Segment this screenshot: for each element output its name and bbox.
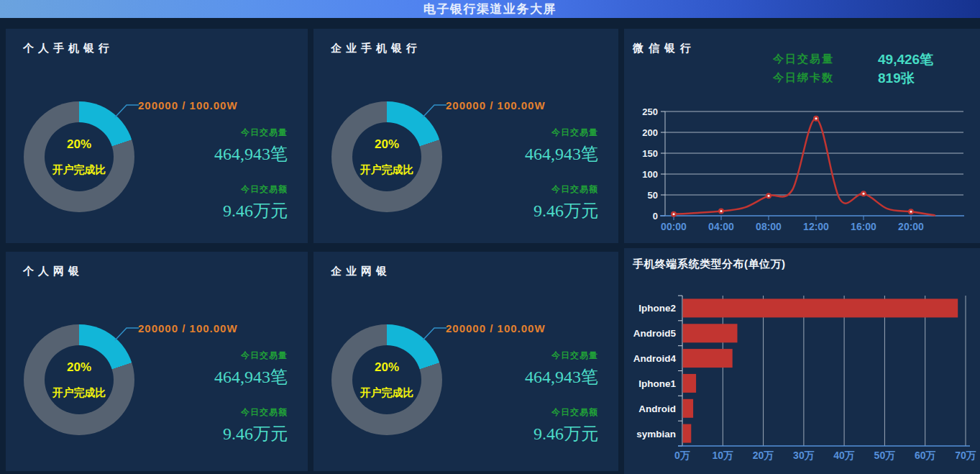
stat-value: 9.46万元 [214,422,288,445]
stat-value: 49,426笔 [878,50,933,69]
svg-text:symbian: symbian [636,429,676,439]
svg-text:60万: 60万 [915,450,936,461]
panel-corporate-online-banking: 企业网银 20% 开户完成比 200000 / 100.00W 今日交易量 46… [313,252,618,471]
stat-value: 9.46万元 [525,199,598,222]
stat-value: 464,943笔 [214,142,288,165]
svg-text:12:00: 12:00 [803,221,829,232]
panel-corporate-mobile-banking: 企业手机银行 20% 开户完成比 200000 / 100.00W 今日交易量 … [313,29,618,243]
svg-text:150: 150 [642,148,658,159]
svg-text:50: 50 [648,190,658,201]
completion-caption: 开户完成比 [360,163,414,177]
svg-text:0万: 0万 [674,450,690,461]
panel-title: 个人手机银行 [23,42,114,55]
panel-title: 个人网银 [23,265,83,278]
donut-center: 20% 开户完成比 [352,345,421,414]
stat-label: 今日交易量 [773,53,834,66]
panel-personal-online-banking: 个人网银 20% 开户完成比 200000 / 100.00W 今日交易量 46… [6,252,308,471]
svg-text:00:00: 00:00 [661,221,687,232]
panel-stats: 今日交易量 464,943笔 今日交易额 9.46万元 [214,127,288,240]
svg-text:70万: 70万 [955,450,976,461]
svg-text:10万: 10万 [713,450,734,461]
stat-label: 今日交易额 [214,406,288,419]
completion-caption: 开户完成比 [52,163,106,177]
leader-line [418,322,449,345]
wechat-line-chart: 05010015020025000:0004:0008:0012:0016:00… [624,79,980,241]
panel-stats: 今日交易量 464,943笔 今日交易额 9.46万元 [214,350,288,463]
leader-line [418,99,449,122]
stat-value: 464,943笔 [525,142,598,165]
completion-caption: 开户完成比 [52,386,106,400]
svg-text:Android: Android [638,404,676,414]
stat-label: 今日交易量 [525,350,598,362]
completion-caption: 开户完成比 [360,386,414,400]
svg-text:20:00: 20:00 [898,221,924,232]
progress-annotation: 200000 / 100.00W [138,99,238,111]
stat-value: 464,943笔 [214,365,288,388]
stat-label: 今日交易量 [214,127,288,139]
svg-text:50万: 50万 [874,450,896,461]
panel-stats: 今日交易量 464,943笔 今日交易额 9.46万元 [525,350,598,463]
stat-label: 今日交易额 [525,183,598,196]
progress-annotation: 200000 / 100.00W [138,322,238,334]
svg-text:0: 0 [653,211,658,222]
stat-label: 今日交易额 [214,183,288,196]
svg-text:250: 250 [642,106,658,117]
svg-text:Android4: Android4 [633,353,677,364]
panel-personal-mobile-banking: 个人手机银行 20% 开户完成比 200000 / 100.00W 今日交易量 … [6,29,308,243]
donut-center: 20% 开户完成比 [45,122,114,191]
progress-annotation: 200000 / 100.00W [446,99,546,111]
panel-title: 微信银行 [633,42,696,55]
dashboard-header: 电子银行渠道业务大屏 [0,0,980,18]
terminal-bar-chart: Iphone2Android5Android4Iphone1Androidsym… [624,288,980,474]
stat-value: 464,943笔 [525,365,598,388]
svg-text:16:00: 16:00 [851,221,876,232]
svg-text:Iphone2: Iphone2 [638,303,676,314]
donut-center: 20% 开户完成比 [352,122,421,191]
completion-percentage: 20% [67,137,91,152]
panel-stats: 今日交易量 464,943笔 今日交易额 9.46万元 [525,127,598,240]
donut-center: 20% 开户完成比 [45,345,114,414]
panel-terminal-distribution: 手机终端系统类型分布(单位万) Iphone2Android5Android4I… [624,248,980,474]
stat-value: 9.46万元 [525,422,598,445]
svg-text:Iphone1: Iphone1 [638,378,676,389]
svg-text:40万: 40万 [833,450,855,461]
svg-text:04:00: 04:00 [708,221,734,232]
completion-percentage: 20% [67,360,91,375]
completion-percentage: 20% [375,137,399,152]
stat-label: 今日交易量 [214,350,288,362]
panel-title: 企业网银 [331,265,391,278]
svg-text:30万: 30万 [793,450,815,461]
leader-line [110,99,142,122]
svg-text:200: 200 [642,127,658,138]
progress-annotation: 200000 / 100.00W [446,322,546,334]
svg-text:20万: 20万 [753,450,774,461]
dashboard-title: 电子银行渠道业务大屏 [423,1,557,17]
completion-percentage: 20% [375,360,399,375]
svg-text:100: 100 [642,169,658,180]
panel-wechat-banking: 微信银行 今日交易量 49,426笔 今日绑卡数 819张 0501001502… [624,29,980,243]
panel-title: 手机终端系统类型分布(单位万) [633,257,786,271]
stat-label: 今日交易量 [525,127,598,139]
stat-value: 9.46万元 [214,199,288,222]
svg-text:Android5: Android5 [633,328,677,339]
panel-title: 企业手机银行 [331,42,421,55]
leader-line [110,322,142,345]
svg-text:08:00: 08:00 [756,221,782,232]
stat-label: 今日交易额 [525,406,598,419]
